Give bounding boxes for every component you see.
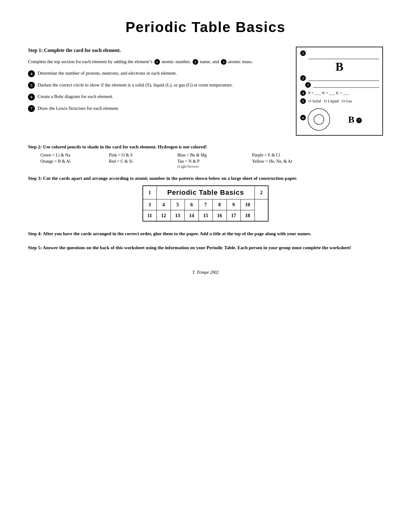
color-orange: Orange = B & Al: [40, 159, 103, 169]
num6-circle: 6: [28, 94, 35, 100]
cell-17: 17: [227, 210, 241, 221]
card-circle3-num: 3: [305, 82, 311, 88]
cell-9: 9: [227, 199, 241, 210]
cell-15: 15: [198, 210, 213, 221]
cell-13: 13: [170, 210, 184, 221]
table-row-3: 11 12 13 14 15 16 17 18: [143, 210, 269, 221]
page-title: Periodic Table Basics: [28, 19, 383, 35]
step2-section: Step 2: Use colored pencils to shade in …: [28, 144, 383, 169]
step5-section: Step 5: Answer the questions on the back…: [28, 244, 383, 251]
step1-text: Step 1: Complete the card for each eleme…: [28, 47, 287, 136]
cell-16: 16: [213, 210, 227, 221]
bohr-diagram: [306, 107, 331, 132]
num2-circle: 2: [193, 59, 198, 65]
svg-point-1: [314, 114, 324, 124]
table-row-2: 3 4 5 6 7 8 9 10: [143, 199, 269, 210]
cell-14: 14: [184, 210, 198, 221]
step1-para4: 6 Create a Bohr diagram for each element…: [28, 93, 287, 100]
cell-12: 12: [156, 210, 170, 221]
card-row4: 4 P = ___ N = ___ E = ___: [300, 90, 379, 96]
step1-heading: Step 1: Complete the card for each eleme…: [28, 47, 287, 54]
element-card: 1 B 2 3 4 P = ___ N = ___ E = ___ 5: [296, 47, 383, 136]
svg-point-0: [308, 109, 330, 130]
card-pne: P = ___ N = ___ E = ___: [308, 91, 379, 96]
card-label1: 1: [300, 50, 306, 56]
step3-section: Step 3: Cut the cards apart and arrange …: [28, 176, 383, 222]
card-circle1: 1: [300, 50, 306, 56]
card-circle5-num: 5: [300, 98, 306, 104]
card-row2: 2: [300, 75, 379, 81]
card-gas: O Gas: [342, 99, 352, 104]
card-underline2: [308, 75, 379, 81]
card-underline1: [308, 54, 379, 59]
cell-10: 10: [241, 199, 255, 210]
color-yellow: Yellow = He, Ne, & Ar: [252, 159, 324, 169]
card-circle4-num: 4: [300, 90, 306, 96]
card-row5: 5 O Solid O Liquid O Gas: [300, 98, 379, 104]
card-label2: 2: [300, 75, 306, 81]
card-solid: O Solid: [308, 99, 321, 104]
step4-section: Step 4: After you have the cards arrange…: [28, 230, 383, 237]
num4-circle: 4: [28, 70, 35, 77]
step2-heading: Step 2: Use colored pencils to shade in …: [28, 144, 383, 150]
cell-1: 1: [143, 186, 157, 199]
color-grid: Green = Li & Na Pink = O & S Blue = Be &…: [40, 153, 383, 169]
lewis-symbol: B: [348, 114, 354, 125]
footer: T. Trimpe 2002: [28, 270, 383, 275]
cell-18: 18: [241, 210, 255, 221]
table-row-1: 1 Periodic Table Basics 2: [143, 186, 269, 199]
cell-5: 5: [170, 199, 184, 210]
card-circle6-num: 6: [300, 115, 306, 120]
card-row6: 6 B 7: [300, 107, 379, 132]
cell-title: Periodic Table Basics: [156, 186, 255, 199]
card-circle7-num: 7: [356, 114, 362, 125]
step3-heading: Step 3: Cut the cards apart and arrange …: [28, 176, 383, 181]
color-red: Red = C & Si: [109, 159, 171, 169]
num1-circle: 1: [154, 59, 160, 65]
card-row3: 3: [300, 82, 379, 88]
step1-section: Step 1: Complete the card for each eleme…: [28, 47, 383, 136]
cell-8: 8: [213, 199, 227, 210]
card-liquid: O Liquid: [324, 99, 339, 104]
light-brown-label: (Light brown): [177, 164, 198, 169]
ptable-container: 1 Periodic Table Basics 2 3 4 5 6 7 8 9 …: [28, 185, 383, 222]
num3-circle: 3: [221, 59, 227, 65]
footer-text: T. Trimpe 2002: [192, 270, 219, 275]
color-pink: Pink = O & S: [109, 153, 171, 158]
color-purple: Purple = F & Cl: [252, 153, 324, 158]
cell-4: 4: [156, 199, 170, 210]
lewis-area: B 7: [331, 114, 379, 125]
card-circle2-num: 2: [300, 75, 306, 81]
cell-7: 7: [198, 199, 213, 210]
card-label3: 3: [305, 82, 311, 88]
card-underline3: [313, 82, 379, 88]
step1-para2: 4 Determine the number of protons, neutr…: [28, 70, 287, 77]
cell-3: 3: [143, 199, 157, 210]
step1-para1: Complete the top section for each elemen…: [28, 58, 287, 65]
step4-text: Step 4: After you have the cards arrange…: [28, 230, 383, 237]
color-green: Green = Li & Na: [40, 153, 103, 158]
step1-para5: 7 Draw the Lewis Structure for each elem…: [28, 105, 287, 112]
color-blue: Blue = Be & Mg: [177, 153, 246, 158]
card-symbol: B: [300, 60, 379, 73]
color-tan: Tan = N & P (Light brown): [177, 159, 246, 169]
card-row1: 1: [300, 50, 379, 59]
num7-circle: 7: [28, 105, 35, 112]
step1-para3: 5 Darken the correct circle to show if t…: [28, 82, 287, 89]
cell-6: 6: [184, 199, 198, 210]
step5-text: Step 5: Answer the questions on the back…: [28, 244, 383, 251]
periodic-arrangement-table: 1 Periodic Table Basics 2 3 4 5 6 7 8 9 …: [142, 185, 269, 222]
cell-11: 11: [143, 210, 157, 221]
cell-2: 2: [255, 186, 268, 199]
num5-circle: 5: [28, 82, 35, 89]
